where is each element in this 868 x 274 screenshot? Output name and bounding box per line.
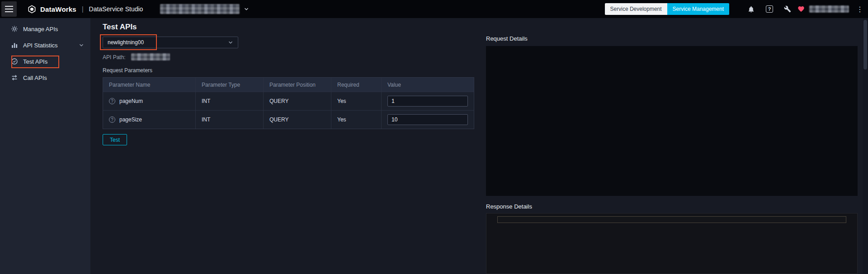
tools-wrench-icon[interactable] [784, 5, 791, 13]
param-name-cell: ? pageSize [103, 111, 195, 129]
request-details-title: Request Details [486, 35, 528, 42]
heart-icon[interactable] [797, 5, 805, 13]
response-placeholder-field [497, 216, 846, 223]
request-details-panel [486, 46, 858, 196]
redacted-workspace-name [160, 4, 240, 14]
redacted-api-path-value [131, 53, 170, 60]
brand-name: DataWorks [40, 5, 76, 13]
help-circle-icon[interactable]: ? [109, 98, 115, 104]
brand-separator: | [82, 5, 84, 13]
product-name: DataService Studio [89, 5, 143, 13]
response-details-panel [486, 213, 858, 274]
notification-bell-icon[interactable] [747, 5, 755, 13]
param-name: pageSize [119, 116, 142, 123]
test-button[interactable]: Test [103, 134, 127, 145]
vertical-scrollbar[interactable] [863, 18, 868, 274]
column-header-parameter-name: Parameter Name [103, 78, 195, 92]
page-title: Test APIs [103, 23, 137, 32]
help-icon[interactable]: ? [766, 5, 773, 13]
tab-service-development[interactable]: Service Development [605, 3, 667, 15]
chevron-down-icon [79, 42, 84, 48]
help-circle-icon[interactable]: ? [109, 116, 115, 123]
param-value-cell [381, 111, 474, 129]
workspace-selector[interactable] [160, 4, 249, 14]
request-parameters-table: Parameter Name Parameter Type Parameter … [103, 77, 474, 129]
column-header-required: Required [331, 78, 381, 92]
sidebar-item-call-apis[interactable]: Call APIs [0, 70, 90, 86]
redacted-username [809, 5, 849, 13]
more-options-icon[interactable]: ⋮ [856, 5, 863, 14]
response-details-title: Response Details [486, 203, 532, 210]
chevron-down-icon [244, 6, 249, 12]
sidebar-item-label: Manage APIs [23, 26, 58, 33]
sidebar-item-label: Test APIs [23, 58, 47, 65]
sidebar-item-label: Call APIs [23, 74, 47, 81]
scrollbar-thumb[interactable] [863, 20, 867, 70]
request-parameters-label: Request Parameters [103, 67, 152, 74]
sidebar-item-manage-apis[interactable]: Manage APIs [0, 21, 90, 37]
chevron-down-icon [228, 40, 233, 45]
sidebar-item-label: API Statistics [23, 42, 58, 49]
sidebar: Manage APIs API Statistics Test APIs [0, 18, 90, 274]
dataworks-logo-icon [28, 5, 36, 14]
gear-icon [11, 25, 18, 33]
dataworks-dataservice-studio-screen: DataWorks | DataService Studio Service D… [0, 0, 868, 274]
column-header-value: Value [381, 78, 474, 92]
param-type-cell: INT [195, 92, 263, 110]
param-value-input-pageSize[interactable] [387, 114, 468, 125]
test-check-circle-icon [11, 58, 18, 65]
table-row: ? pageSize INT QUERY Yes [103, 110, 474, 129]
swap-arrows-icon [11, 74, 18, 81]
tab-service-management[interactable]: Service Management [667, 3, 729, 15]
api-path-label: API Path: [103, 54, 126, 60]
sidebar-item-api-statistics[interactable]: API Statistics [0, 37, 90, 53]
topbar: DataWorks | DataService Studio Service D… [0, 0, 868, 18]
param-type-cell: INT [195, 111, 263, 129]
column-header-parameter-position: Parameter Position [263, 78, 331, 92]
param-required-cell: Yes [331, 92, 381, 110]
table-header-row: Parameter Name Parameter Type Parameter … [103, 78, 474, 92]
topbar-right-controls: Service Development Service Management ? [605, 3, 868, 15]
api-select-value: newlightning00 [108, 39, 228, 46]
param-value-input-pageNum[interactable] [387, 96, 468, 107]
sidebar-item-test-apis[interactable]: Test APIs [0, 53, 90, 70]
brand-area: DataWorks | DataService Studio [28, 5, 143, 14]
bar-chart-icon [11, 42, 18, 49]
param-name: pageNum [119, 98, 143, 104]
hamburger-menu-icon[interactable] [1, 1, 17, 17]
help-question-glyph: ? [766, 5, 773, 13]
param-required-cell: Yes [331, 111, 381, 129]
param-value-cell [381, 92, 474, 110]
column-header-parameter-type: Parameter Type [195, 78, 263, 92]
param-position-cell: QUERY [263, 111, 331, 129]
api-select-dropdown[interactable]: newlightning00 [103, 37, 238, 48]
table-row: ? pageNum INT QUERY Yes [103, 92, 474, 110]
param-name-cell: ? pageNum [103, 92, 195, 110]
param-position-cell: QUERY [263, 92, 331, 110]
